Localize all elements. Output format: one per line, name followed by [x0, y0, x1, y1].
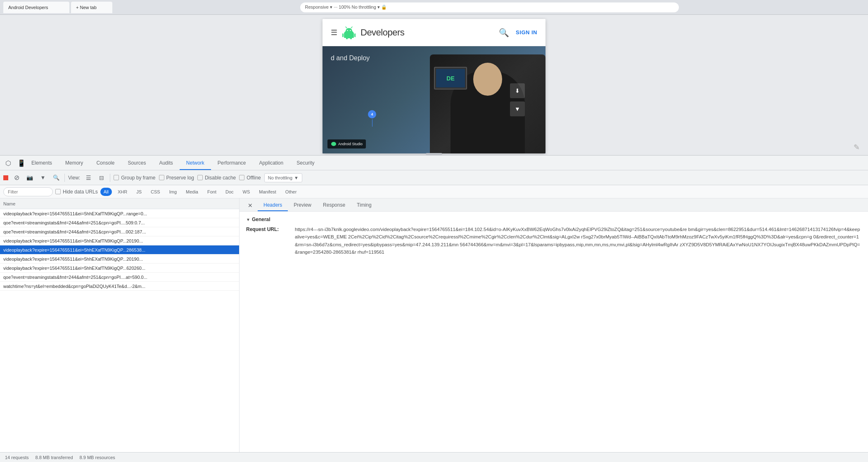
chevron-down-icon[interactable]: ▼ — [510, 101, 525, 116]
hide-data-urls-checkbox[interactable] — [55, 189, 61, 194]
view-label: View: — [68, 175, 80, 181]
details-tabs: ✕ Headers Preview Response Timing — [240, 198, 868, 212]
detail-tab-response[interactable]: Response — [317, 200, 351, 211]
download-icon[interactable]: ⬇ — [510, 83, 525, 98]
browser-tab[interactable]: Android Developers — [3, 2, 69, 13]
browser-tab-2[interactable]: + New tab — [71, 2, 112, 13]
website-container: ☰ — [323, 19, 545, 153]
devtools-left-icons: ⬡ 📱 — [0, 156, 30, 170]
video-controls-overlay: ⬇ ▼ — [510, 83, 525, 116]
content-area: Name videoplayback?expire=1564765511&ei=… — [0, 198, 868, 452]
name-column-header: Name — [3, 201, 236, 206]
filter-type-css[interactable]: CSS — [147, 188, 164, 196]
detail-tab-label: Response — [323, 202, 345, 208]
filter-type-doc[interactable]: Doc — [222, 188, 237, 196]
group-by-frame-checkbox[interactable] — [114, 175, 119, 180]
search-icon[interactable]: 🔍 — [51, 173, 61, 183]
detail-tab-headers[interactable]: Headers — [258, 200, 288, 211]
filter-type-img[interactable]: Img — [166, 188, 180, 196]
website-title: Developers — [360, 27, 404, 38]
request-url-value[interactable]: https://r4---sn-i3b7knlk.googlevideo.com… — [295, 226, 861, 256]
android-studio-badge: Android Studio — [327, 139, 366, 148]
tab-application[interactable]: Application — [253, 157, 290, 170]
hide-data-urls-label: Hide data URLs — [63, 189, 98, 195]
svg-rect-10 — [354, 33, 356, 37]
row-name: qoe?event=streamingstats&fmt=244&afmt=25… — [3, 275, 236, 280]
details-content: ▼ General Request URL: https://r4---sn-i… — [240, 212, 868, 263]
tab-performance[interactable]: Performance — [211, 157, 253, 170]
device-toolbar-icon[interactable]: 📱 — [17, 158, 26, 168]
detail-tab-label: Preview — [294, 202, 311, 208]
table-row[interactable]: qoe?event=streamingstats&fmt=244&afmt=25… — [0, 218, 239, 227]
table-row[interactable]: videoplayback?expire=1564765511&ei=5hhEX… — [0, 209, 239, 218]
tab-elements[interactable]: Elements — [25, 157, 59, 170]
throttling-dropdown[interactable]: No throttling ▼ — [264, 173, 302, 182]
inspect-element-icon[interactable]: ⬡ — [3, 158, 13, 168]
close-details-button[interactable]: ✕ — [246, 201, 254, 210]
screenshot-button[interactable]: 📷 — [25, 173, 35, 183]
network-list-header: Name — [0, 198, 239, 209]
record-button[interactable] — [3, 175, 8, 180]
address-bar[interactable]: Responsive ▾ ··· 100% No throttling ▾ 🔒 — [300, 2, 679, 12]
preserve-log-checkbox[interactable] — [159, 175, 164, 180]
devtools-resize-handle[interactable] — [426, 153, 442, 155]
table-row[interactable]: qoe?event=streamingstats&fmt=244&afmt=25… — [0, 227, 239, 236]
filter-type-other[interactable]: Other — [282, 188, 300, 196]
table-row[interactable]: videoplayback?expire=1564765511&ei=5hhEX… — [0, 264, 239, 273]
table-row-selected[interactable]: videoplayback?expire=1564765511&ei=5hhEX… — [0, 245, 239, 255]
row-name: videoplayback?expire=1564765511&ei=5hhEX… — [3, 248, 236, 252]
resources-size: 8.9 MB resources — [80, 455, 115, 460]
hamburger-icon[interactable]: ☰ — [331, 28, 337, 37]
table-row[interactable]: videoplayback?expire=1564765511&ei=5hhEX… — [0, 236, 239, 245]
address-text: Responsive ▾ ··· 100% No throttling ▾ 🔒 — [305, 5, 387, 10]
group-by-frame-label: Group by frame — [121, 175, 155, 181]
status-bar: 14 requests 8.8 MB transferred 8.9 MB re… — [0, 452, 868, 462]
tab-network[interactable]: Network — [180, 157, 211, 170]
tab-console[interactable]: Console — [90, 157, 121, 170]
detail-tab-preview[interactable]: Preview — [288, 200, 317, 211]
filter-type-manifest[interactable]: Manifest — [256, 188, 280, 196]
transferred-size: 8.8 MB transferred — [35, 455, 73, 460]
row-name: videoplayback?expire=1564765511&ei=5hhEX… — [3, 238, 236, 243]
video-background: PARKING DE — [323, 46, 545, 153]
stop-recording-button[interactable]: ⊘ — [12, 173, 21, 183]
table-row[interactable]: watchtime?ns=yt&el=embedded&cpn=goPlaDi2… — [0, 282, 239, 291]
filter-bar: Hide data URLs All XHR JS CSS Img Media … — [0, 185, 868, 198]
tab-memory[interactable]: Memory — [59, 157, 90, 170]
disable-cache-checkbox[interactable] — [197, 175, 203, 180]
devtools-resize-icon[interactable]: ✎ — [854, 143, 860, 152]
table-row[interactable]: videoplayback?expire=1564765511&ei=5hhEX… — [0, 255, 239, 264]
requests-count: 14 requests — [5, 455, 28, 460]
search-icon[interactable]: 🔍 — [499, 28, 509, 38]
website-header: ☰ — [323, 19, 545, 46]
svg-point-6 — [350, 30, 351, 31]
preserve-log-group: Preserve log — [159, 175, 194, 181]
row-name: qoe?event=streamingstats&fmt=244&afmt=25… — [3, 229, 236, 234]
view-list-icon[interactable]: ☰ — [83, 173, 93, 183]
offline-checkbox[interactable] — [239, 175, 244, 180]
android-logo-icon — [342, 26, 356, 39]
filter-type-ws[interactable]: WS — [240, 188, 254, 196]
disable-cache-label: Disable cache — [205, 175, 236, 181]
row-name: qoe?event=streamingstats&fmt=244&afmt=25… — [3, 220, 236, 225]
table-row[interactable]: qoe?event=streamingstats&fmt=244&afmt=25… — [0, 273, 239, 282]
disable-cache-group: Disable cache — [197, 175, 236, 181]
tab-security[interactable]: Security — [290, 157, 321, 170]
general-section-header: ▼ General — [246, 217, 861, 222]
filter-input[interactable] — [3, 187, 53, 196]
filter-type-xhr[interactable]: XHR — [114, 188, 130, 196]
drag-point[interactable]: 4 — [368, 110, 376, 127]
filter-type-font[interactable]: Font — [204, 188, 220, 196]
main-layout: ☰ — [0, 15, 868, 462]
view-large-rows-icon[interactable]: ⊟ — [97, 173, 107, 183]
sign-in-button[interactable]: SIGN IN — [516, 29, 537, 35]
filter-type-all[interactable]: All — [100, 188, 112, 196]
hide-data-urls-group: Hide data URLs — [55, 189, 98, 195]
filter-icon[interactable]: ▼ — [38, 173, 48, 183]
filter-type-media[interactable]: Media — [183, 188, 202, 196]
tab-sources[interactable]: Sources — [121, 157, 152, 170]
tab-audits[interactable]: Audits — [152, 157, 179, 170]
detail-tab-timing[interactable]: Timing — [351, 200, 377, 211]
filter-type-js[interactable]: JS — [133, 188, 145, 196]
row-name: videoplayback?expire=1564765511&ei=5hhEX… — [3, 257, 236, 262]
